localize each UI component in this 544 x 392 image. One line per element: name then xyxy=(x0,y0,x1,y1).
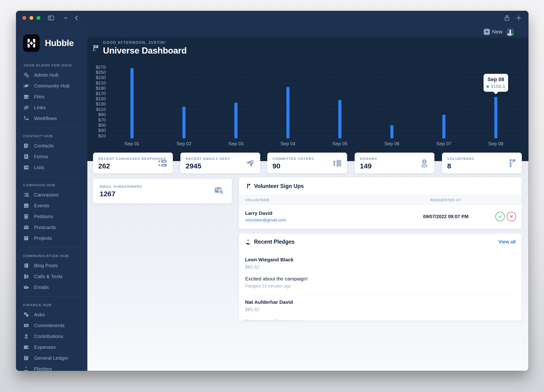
ask-icon: $ xyxy=(23,311,29,318)
sidebar-item-label: Forms xyxy=(34,154,48,159)
sidebar-item-expenses[interactable]: Expenses xyxy=(23,342,83,353)
sidebar-item-forms[interactable]: Forms xyxy=(23,151,83,162)
svg-text:$: $ xyxy=(248,239,249,242)
x-tick-label: Sep 07 xyxy=(436,141,451,146)
sidebar-item-petitions[interactable]: Petitions xyxy=(23,211,83,222)
sidebar-item-commitments[interactable]: Commitments xyxy=(23,320,83,331)
dashboard-header: GOOD AFTERNOON, JUSTIN! Universe Dashboa… xyxy=(92,40,187,56)
chart-bar[interactable] xyxy=(390,125,393,138)
sidebar-section-label: JOHN GLENN FOR OHIO xyxy=(23,63,83,67)
petition-icon xyxy=(23,213,29,219)
sidebar-toggle-icon[interactable] xyxy=(47,14,54,22)
sidebar-item-label: Canvasses xyxy=(34,192,59,198)
chart-bar[interactable] xyxy=(338,100,341,138)
sidebar-item-emails[interactable]: Emails xyxy=(23,282,83,293)
sidebar-item-label: Community Hub xyxy=(34,83,70,89)
sidebar-item-canvasses[interactable]: Canvasses xyxy=(23,189,83,200)
stat-card-recent-emails-sent: RECENT EMAILS SENT2945 xyxy=(180,153,260,173)
sidebar-item-contacts[interactable]: Contacts xyxy=(23,140,83,151)
sidebar-item-asks[interactable]: $Asks xyxy=(23,309,83,320)
sidebar-item-links[interactable]: Links xyxy=(23,102,83,113)
svg-text:$: $ xyxy=(423,159,425,163)
y-tick-label: $150 xyxy=(96,96,106,101)
pledge-message: Excited about the campaign! xyxy=(245,276,516,282)
sidebar-item-events[interactable]: Events xyxy=(23,200,83,211)
workflow-icon xyxy=(23,115,29,121)
desktop-background: Hubble JOHN GLENN FOR OHIOAdmin HubCommu… xyxy=(0,0,544,392)
header-divider xyxy=(92,61,524,61)
close-window-button[interactable] xyxy=(23,16,26,20)
phone-icon xyxy=(23,273,29,279)
x-tick-label: Sep 03 xyxy=(229,141,243,146)
sidebar-item-contributions[interactable]: $Contributions xyxy=(23,331,83,342)
x-tick-label: Sep 05 xyxy=(332,141,347,146)
chart-bar[interactable] xyxy=(183,107,186,138)
volunteer-email-link[interactable]: volunteer@gmail.com xyxy=(245,218,286,223)
email-subscribers-card: EMAIL SUBSCRIBERS 1267 xyxy=(93,179,232,203)
new-tab-icon[interactable] xyxy=(515,14,522,22)
column-header-requested-at: REQUESTED AT xyxy=(431,198,461,202)
brand[interactable]: Hubble xyxy=(16,25,87,52)
minimize-window-button[interactable] xyxy=(30,16,33,20)
sidebar-item-admin-hub[interactable]: Admin Hub xyxy=(23,69,83,81)
main-area: + New xyxy=(87,25,528,371)
sidebar-item-projects[interactable]: Projects xyxy=(23,233,83,244)
deny-button[interactable] xyxy=(507,212,516,221)
sidebar-item-pledges[interactable]: $Pledges xyxy=(23,363,83,371)
y-tick-label: $270 xyxy=(96,65,106,69)
chart-bar[interactable] xyxy=(442,115,445,138)
stat-card-volunteers: VOLUNTEERS8 xyxy=(442,153,522,173)
y-tick-label: $190 xyxy=(96,86,106,91)
view-all-link[interactable]: View all xyxy=(498,239,516,245)
dashboard-flag-icon xyxy=(92,44,100,52)
chart-bar[interactable] xyxy=(494,97,497,138)
volunteer-name: Larry David xyxy=(245,210,286,216)
greeting-text: GOOD AFTERNOON, JUSTIN! xyxy=(103,40,187,45)
ledger-icon xyxy=(23,355,29,361)
sidebar-item-lists[interactable]: Lists xyxy=(23,162,83,173)
main-topbar: + New xyxy=(87,25,528,38)
toolbar-divider xyxy=(59,15,59,21)
chart-bar[interactable] xyxy=(234,103,237,138)
sidebar-item-calls-texts[interactable]: Calls & Texts xyxy=(23,271,83,282)
y-tick-label: $110 xyxy=(96,107,106,112)
stat-value: 1267 xyxy=(100,190,225,198)
sidebar-item-community-hub[interactable]: Community Hub xyxy=(23,81,83,91)
stat-card-committed-voters: COMMITTED VOTERS90 xyxy=(267,153,347,173)
plus-square-icon: + xyxy=(484,29,490,35)
sidebar-item-label: Admin Hub xyxy=(34,72,59,78)
y-tick-label: $50 xyxy=(98,123,106,128)
sidebar-item-workflows[interactable]: Workflows xyxy=(23,113,83,124)
chart-bar[interactable] xyxy=(130,68,134,138)
hubble-logo-glyph xyxy=(26,37,37,49)
sidebar-item-files[interactable]: Files xyxy=(23,91,83,102)
pledge-time: Pledged about 15 hours ago xyxy=(245,319,516,321)
back-icon[interactable] xyxy=(73,14,80,22)
sidebar-divider xyxy=(23,248,80,248)
avatar[interactable] xyxy=(506,27,515,36)
pledges-bar-chart: $270$250$230$210$190$170$150$130$110$90$… xyxy=(92,62,524,149)
new-button[interactable]: + New xyxy=(484,29,503,35)
approve-button[interactable] xyxy=(495,212,505,221)
chart-bar[interactable] xyxy=(286,87,290,138)
gears-icon xyxy=(23,72,29,78)
sidebar-item-label: Pledges xyxy=(34,366,52,371)
share-icon[interactable] xyxy=(503,14,510,22)
sidebar-item-label: General Ledger xyxy=(34,355,68,361)
volunteer-row: Larry Davidvolunteer@gmail.com09/07/2022… xyxy=(239,205,522,228)
project-icon xyxy=(23,235,29,241)
pledge-item: Leon Wiegand Black$85.82Excited about th… xyxy=(245,257,516,295)
sidebar-item-blog-posts[interactable]: Blog Posts xyxy=(23,260,83,271)
sidebar-item-postcards[interactable]: Postcards xyxy=(23,222,83,233)
chevron-down-icon[interactable] xyxy=(63,16,68,20)
zoom-window-button[interactable] xyxy=(37,16,40,20)
svg-text:$: $ xyxy=(26,334,27,336)
chart-tooltip: Sep 08 $156.5 xyxy=(484,74,508,92)
sidebar-item-label: Lists xyxy=(34,165,44,170)
paper-plane-icon xyxy=(245,158,255,169)
sidebar-item-general-ledger[interactable]: General Ledger xyxy=(23,353,83,363)
sidebar-nav: JOHN GLENN FOR OHIOAdmin HubCommunity Hu… xyxy=(16,52,87,371)
planet-icon xyxy=(23,83,29,89)
sidebar-divider xyxy=(23,177,80,177)
sidebar-section-label: CONTACT HUB xyxy=(23,134,83,138)
